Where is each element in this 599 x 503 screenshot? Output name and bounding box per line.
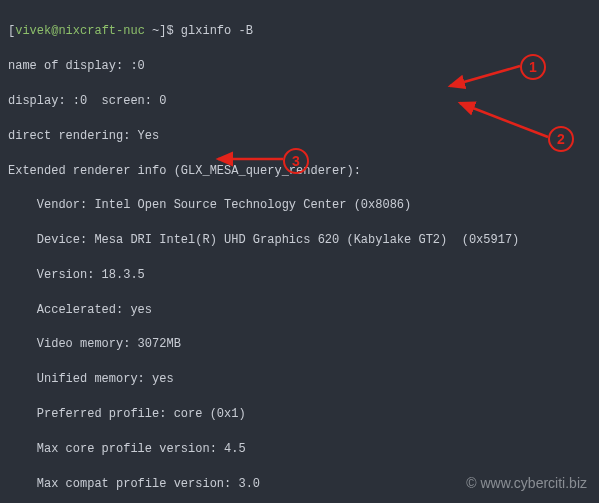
annotation-arrow-3 — [0, 0, 599, 503]
watermark-text: © www.cyberciti.biz — [466, 473, 587, 493]
